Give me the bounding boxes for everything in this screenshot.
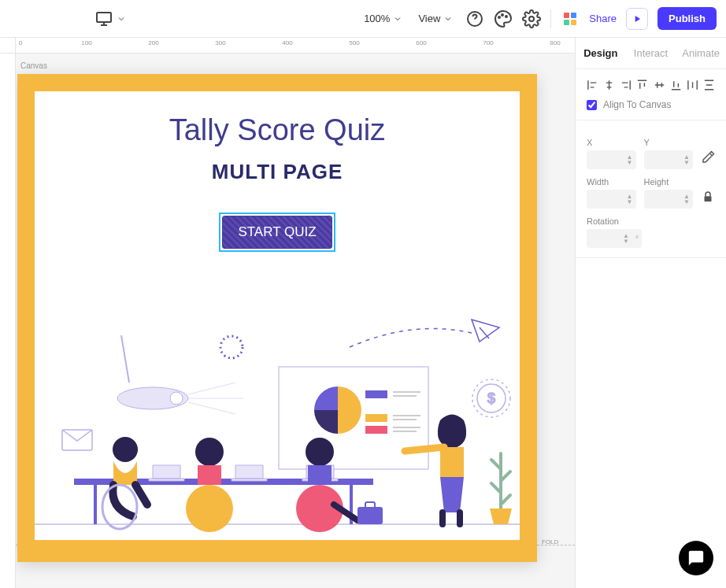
ruler-tick-label: 300	[215, 39, 225, 46]
view-label: View	[418, 13, 440, 24]
align-bottom-icon[interactable]	[670, 79, 682, 91]
ruler-vertical	[0, 54, 16, 588]
canvas-area[interactable]: 0 100 200 300 400 500 600 700 800 Canvas…	[0, 38, 575, 588]
height-label: Height	[644, 177, 694, 187]
preview-button[interactable]	[626, 8, 648, 30]
svg-rect-27	[357, 507, 383, 524]
quiz-subtitle[interactable]: MULTI PAGE	[35, 160, 520, 184]
canvas-frame[interactable]: Tally Score Quiz MULTI PAGE START QUIZ	[17, 74, 537, 562]
svg-point-5	[529, 17, 534, 21]
align-to-canvas-checkbox[interactable]: Align To Canvas	[587, 99, 715, 110]
desktop-icon	[94, 9, 113, 28]
svg-point-21	[113, 437, 138, 462]
svg-rect-0	[97, 13, 111, 22]
chevron-down-icon	[443, 14, 453, 24]
help-icon[interactable]	[465, 9, 484, 28]
start-quiz-selection[interactable]: START QUIZ	[222, 216, 332, 249]
x-label: X	[587, 138, 636, 147]
svg-text:$: $	[487, 390, 495, 406]
ruler-tick-label: 800	[550, 39, 560, 46]
align-right-icon[interactable]	[620, 79, 632, 91]
y-label: Y	[644, 138, 694, 147]
quiz-title[interactable]: Tally Score Quiz	[35, 113, 520, 147]
svg-rect-30	[705, 196, 712, 202]
chevron-down-icon	[117, 9, 126, 28]
ruler-tick-label: 0	[19, 39, 22, 46]
width-label: Width	[587, 177, 636, 187]
ruler-horizontal: 0 100 200 300 400 500 600 700 800	[16, 38, 575, 54]
eyedropper-icon[interactable]	[701, 150, 715, 165]
theme-icon[interactable]	[494, 9, 513, 28]
chevron-down-icon	[393, 14, 402, 24]
svg-point-6	[220, 336, 243, 358]
ruler-tick-label: 400	[282, 39, 292, 46]
svg-point-4	[506, 16, 507, 17]
top-toolbar: 100% View Share Publish	[0, 0, 726, 38]
alignment-tools	[587, 79, 715, 91]
panel-tabs: Design Interact Animate	[576, 38, 726, 69]
ruler-corner	[0, 38, 16, 54]
chat-launcher[interactable]	[679, 541, 713, 575]
publish-button[interactable]: Publish	[657, 7, 717, 30]
apps-icon[interactable]	[561, 9, 580, 28]
start-quiz-button[interactable]: START QUIZ	[222, 216, 332, 249]
ruler-tick-label: 200	[148, 39, 158, 46]
lock-icon[interactable]	[701, 190, 715, 204]
distribute-h-icon[interactable]	[687, 79, 698, 91]
align-center-v-icon[interactable]	[654, 79, 665, 91]
svg-point-25	[306, 438, 334, 466]
distribute-v-icon[interactable]	[703, 79, 715, 91]
meeting-illustration: $	[35, 304, 520, 540]
align-center-h-icon[interactable]	[603, 79, 615, 91]
ruler-tick-label: 100	[81, 39, 91, 46]
svg-rect-15	[365, 414, 387, 422]
tab-design[interactable]: Design	[576, 38, 626, 68]
rotation-label: Rotation	[587, 216, 642, 226]
zoom-selector[interactable]: 100%	[361, 9, 406, 28]
ruler-tick-label: 600	[416, 39, 426, 46]
svg-point-23	[195, 438, 224, 466]
svg-point-8	[170, 392, 183, 405]
align-canvas-input[interactable]	[587, 100, 597, 110]
tab-animate[interactable]: Animate	[676, 38, 726, 68]
canvas-page[interactable]: Tally Score Quiz MULTI PAGE START QUIZ	[35, 91, 520, 540]
canvas-label: Canvas	[20, 61, 47, 70]
svg-point-24	[186, 485, 233, 532]
divider	[550, 9, 551, 28]
align-left-icon[interactable]	[587, 79, 598, 91]
ruler-tick-label: 700	[483, 39, 493, 46]
align-canvas-label: Align To Canvas	[603, 99, 672, 110]
rotation-input[interactable]	[587, 229, 642, 248]
share-button[interactable]: Share	[589, 13, 617, 24]
properties-panel: Design Interact Animate Align To Canvas	[575, 38, 726, 588]
svg-rect-19	[94, 485, 97, 524]
settings-icon[interactable]	[522, 9, 541, 28]
svg-rect-16	[365, 426, 387, 434]
view-selector[interactable]: View	[415, 9, 456, 28]
tab-interact[interactable]: Interact	[626, 38, 676, 68]
align-top-icon[interactable]	[636, 79, 648, 91]
device-selector[interactable]	[88, 6, 132, 31]
ruler-tick-label: 500	[349, 39, 359, 46]
svg-rect-14	[365, 390, 387, 398]
svg-point-3	[502, 14, 503, 16]
svg-point-2	[498, 17, 500, 18]
zoom-value: 100%	[364, 13, 390, 24]
